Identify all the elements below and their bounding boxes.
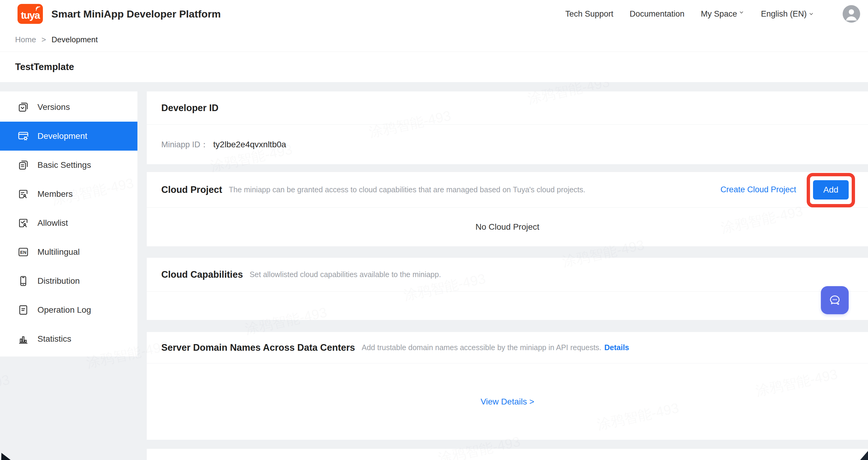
sidebar-item-development[interactable]: Development: [0, 122, 137, 151]
sidebar-item-label: Versions: [37, 102, 70, 112]
miniapp-id-label: Miniapp ID：: [161, 139, 208, 150]
nav-my-space[interactable]: My Space: [701, 9, 744, 19]
app-title: Smart MiniApp Developer Platform: [51, 8, 221, 20]
person-icon: [843, 5, 860, 23]
breadcrumb: Home > Development: [0, 28, 868, 52]
development-icon: [17, 130, 29, 142]
section-description: Add trustable domain names accessible by…: [362, 343, 601, 352]
nav-label: Tech Support: [565, 9, 613, 19]
create-cloud-project-link[interactable]: Create Cloud Project: [720, 185, 796, 194]
sidebar-item-allowlist[interactable]: Allowlist: [0, 208, 137, 237]
next-section-card: [147, 449, 868, 460]
no-cloud-project-text: No Cloud Project: [475, 222, 539, 232]
server-domains-body: View Details >: [147, 363, 868, 440]
sidebar-item-statistics[interactable]: Statistics: [0, 325, 137, 354]
user-avatar[interactable]: [843, 5, 860, 23]
nav-label: My Space: [701, 9, 737, 19]
title-bar: TestTemplate: [0, 52, 868, 82]
section-description: The miniapp can be granted access to clo…: [229, 185, 586, 194]
section-title: Developer ID: [161, 103, 219, 113]
sidebar-item-label: Operation Log: [37, 305, 91, 315]
server-domains-header: Server Domain Names Across Data Centers …: [147, 332, 868, 363]
svg-text:EN: EN: [20, 250, 27, 255]
section-title: Cloud Capabilities: [161, 269, 243, 280]
distribution-icon: [17, 275, 29, 287]
chevron-down-icon: [808, 11, 814, 17]
sidebar: Versions Development Basic Settings: [0, 92, 137, 357]
details-link[interactable]: Details: [604, 343, 629, 352]
nav-label: English (EN): [761, 9, 807, 19]
chat-bubble-icon: [828, 293, 842, 307]
sidebar-item-versions[interactable]: Versions: [0, 93, 137, 122]
add-button[interactable]: Add: [813, 180, 849, 199]
section-description: Set allowlisted cloud capabilities avail…: [249, 270, 441, 279]
nav-label: Documentation: [630, 9, 685, 19]
sidebar-item-label: Basic Settings: [37, 160, 91, 170]
sidebar-item-label: Members: [37, 189, 73, 199]
developer-id-header: Developer ID: [147, 92, 868, 125]
breadcrumb-current: Development: [52, 35, 98, 44]
tuya-logo[interactable]: tuya: [18, 4, 43, 24]
nav-documentation[interactable]: Documentation: [630, 9, 685, 19]
cloud-capabilities-card: Cloud Capabilities Set allowlisted cloud…: [147, 258, 868, 320]
breadcrumb-home[interactable]: Home: [15, 35, 36, 44]
breadcrumb-separator: >: [41, 35, 46, 44]
sidebar-item-label: Statistics: [37, 334, 71, 344]
section-title: Cloud Project: [161, 185, 222, 195]
sidebar-item-operation-log[interactable]: Operation Log: [0, 296, 137, 325]
view-details-link[interactable]: View Details >: [480, 397, 534, 406]
top-header: tuya Smart MiniApp Developer Platform Te…: [0, 0, 868, 28]
developer-id-card: Developer ID Miniapp ID： ty2lbe2e4qvxnlt…: [147, 92, 868, 164]
nav-tech-support[interactable]: Tech Support: [565, 9, 613, 19]
sidebar-item-distribution[interactable]: Distribution: [0, 266, 137, 296]
main-content: Developer ID Miniapp ID： ty2lbe2e4qvxnlt…: [147, 92, 868, 460]
sidebar-item-label: Allowlist: [37, 218, 68, 228]
cloud-project-empty-state: No Cloud Project: [147, 208, 868, 246]
cloud-capabilities-header: Cloud Capabilities Set allowlisted cloud…: [147, 258, 868, 292]
sidebar-item-members[interactable]: Members: [0, 179, 137, 208]
versions-icon: [17, 101, 29, 113]
sidebar-item-label: Multilingual: [37, 247, 80, 257]
sidebar-item-multilingual[interactable]: EN Multilingual: [0, 237, 137, 266]
sidebar-item-basic-settings[interactable]: Basic Settings: [0, 151, 137, 179]
section-title: Server Domain Names Across Data Centers: [161, 342, 355, 353]
members-icon: [17, 188, 29, 200]
multilingual-icon: EN: [17, 246, 29, 258]
cloud-project-header: Cloud Project The miniapp can be granted…: [147, 172, 868, 208]
miniapp-id-row: Miniapp ID： ty2lbe2e4qvxnltb0a: [147, 125, 868, 164]
app-root: tuya Smart MiniApp Developer Platform Te…: [0, 0, 868, 460]
allowlist-icon: [17, 217, 29, 229]
statistics-icon: [17, 333, 29, 345]
chevron-down-icon: [738, 9, 744, 15]
miniapp-id-value: ty2lbe2e4qvxnltb0a: [213, 140, 286, 150]
nav-language[interactable]: English (EN): [761, 9, 814, 19]
chat-support-button[interactable]: [821, 286, 849, 314]
top-nav: Tech Support Documentation My Space Engl…: [565, 5, 860, 23]
sidebar-item-label: Distribution: [37, 276, 80, 286]
cloud-capabilities-body: [147, 292, 868, 320]
cloud-project-actions: Create Cloud Project Add: [720, 180, 849, 199]
basic-settings-icon: [17, 159, 29, 171]
logo-text: tuya: [21, 10, 39, 24]
wifi-signal-icon: [35, 5, 41, 11]
screen-corner: [860, 451, 868, 460]
server-domains-card: Server Domain Names Across Data Centers …: [147, 332, 868, 440]
operation-log-icon: [17, 304, 29, 316]
sidebar-item-label: Development: [37, 131, 87, 141]
page-title: TestTemplate: [15, 62, 74, 72]
cloud-project-card: Cloud Project The miniapp can be granted…: [147, 172, 868, 246]
content-area: Versions Development Basic Settings: [0, 82, 868, 460]
